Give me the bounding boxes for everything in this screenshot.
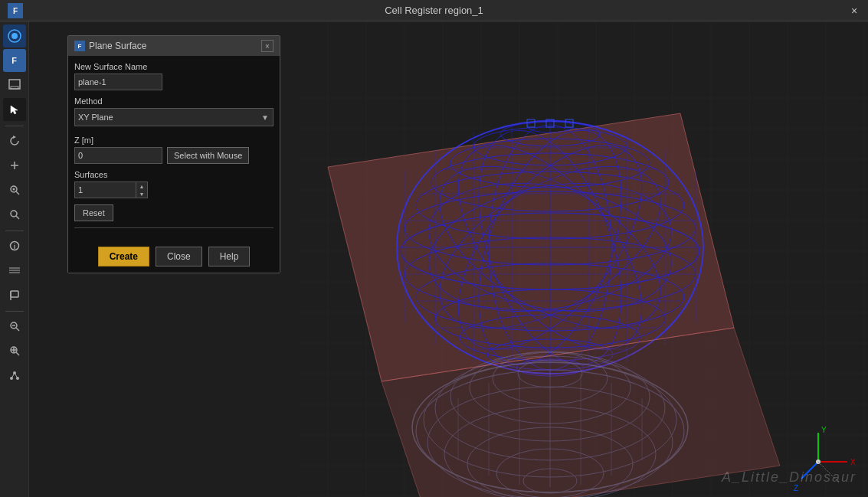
- sidebar-zoom-plus-icon[interactable]: [3, 339, 26, 362]
- svg-line-9: [16, 191, 19, 195]
- sidebar-separator-1: [5, 126, 24, 126]
- surfaces-label: Surfaces: [74, 170, 274, 179]
- main-content: F i: [0, 21, 868, 497]
- sidebar-zoom-fit-icon[interactable]: [3, 178, 26, 201]
- z-section: Z [m] Select with Mouse: [74, 136, 274, 164]
- dialog-title-text: Plane Surface: [89, 41, 261, 51]
- sidebar-grid-icon[interactable]: [3, 259, 26, 282]
- dialog-close-button[interactable]: ×: [261, 40, 274, 52]
- svg-point-11: [11, 211, 17, 217]
- dialog-title-icon: F: [74, 41, 85, 51]
- select-with-mouse-button[interactable]: Select with Mouse: [167, 147, 249, 164]
- svg-point-1: [11, 33, 18, 39]
- svg-line-30: [11, 373, 15, 378]
- method-select-wrapper: XY Plane XZ Plane YZ Plane ▼: [74, 108, 274, 126]
- sidebar-info-icon[interactable]: i: [3, 234, 26, 257]
- svg-point-10: [12, 188, 15, 191]
- sidebar-separator-2: [5, 231, 24, 231]
- dialog-separator: [74, 227, 274, 228]
- sidebar-logo-icon[interactable]: [3, 25, 26, 47]
- plane-surface-dialog: F Plane Surface × New Surface Name Metho…: [67, 35, 280, 273]
- z-row: Select with Mouse: [74, 147, 274, 164]
- sidebar-separator-3: [5, 311, 24, 312]
- method-label: Method: [74, 96, 274, 106]
- new-surface-name-input[interactable]: [74, 74, 162, 90]
- sidebar-file-icon[interactable]: F: [3, 49, 26, 72]
- viewport[interactable]: Y X Z F Plane Surface × New Surface: [29, 21, 868, 497]
- close-dialog-button[interactable]: Close: [156, 247, 202, 266]
- sidebar-select-icon[interactable]: [3, 98, 26, 121]
- surfaces-row: Surfaces ▲ ▼: [74, 170, 274, 198]
- title-bar-title: Cell Register region_1: [385, 5, 483, 16]
- method-select[interactable]: XY Plane XZ Plane YZ Plane: [74, 108, 274, 126]
- svg-line-22: [16, 328, 19, 331]
- reset-button[interactable]: Reset: [74, 204, 113, 221]
- app-icon: F: [8, 3, 23, 18]
- surfaces-spinners: ▲ ▼: [136, 181, 148, 198]
- svg-line-12: [16, 216, 19, 219]
- sidebar-zoom-region-icon[interactable]: [3, 203, 26, 226]
- svg-text:i: i: [13, 243, 15, 250]
- title-bar: F Cell Register region_1 ×: [0, 0, 868, 21]
- sidebar-node-icon[interactable]: [3, 364, 26, 387]
- svg-line-26: [16, 352, 19, 355]
- surfaces-spinner-down[interactable]: ▼: [136, 190, 147, 198]
- z-value-input[interactable]: [74, 147, 162, 164]
- svg-text:Y: Y: [821, 426, 827, 434]
- create-button[interactable]: Create: [98, 247, 149, 266]
- dialog-footer: Create Close Help: [68, 240, 280, 273]
- svg-marker-5: [13, 136, 16, 139]
- sidebar-refresh-icon[interactable]: [3, 129, 26, 152]
- sidebar-zoom-minus-icon[interactable]: [3, 315, 26, 338]
- help-button[interactable]: Help: [208, 247, 251, 266]
- sidebar-flag-icon[interactable]: [3, 283, 26, 306]
- svg-text:X: X: [850, 458, 856, 466]
- sidebar-display-icon[interactable]: [3, 74, 26, 96]
- method-row: Method XY Plane XZ Plane YZ Plane ▼: [74, 96, 274, 126]
- new-surface-label: New Surface Name: [74, 62, 274, 71]
- surfaces-spinner-up[interactable]: ▲: [136, 182, 147, 190]
- watermark: A_Little_Dinosaur: [722, 469, 857, 486]
- sidebar: F i: [0, 21, 29, 497]
- surfaces-input-wrap: ▲ ▼: [74, 181, 274, 198]
- window-close-button[interactable]: ×: [847, 3, 862, 18]
- svg-line-31: [15, 373, 18, 378]
- dialog-body: New Surface Name Method XY Plane XZ Plan…: [68, 56, 280, 240]
- svg-rect-18: [11, 291, 18, 297]
- svg-marker-4: [11, 106, 18, 114]
- surfaces-input[interactable]: [74, 181, 136, 198]
- z-label: Z [m]: [74, 136, 274, 145]
- svg-rect-3: [11, 87, 18, 89]
- sidebar-add-icon[interactable]: [3, 154, 26, 177]
- dialog-title-bar[interactable]: F Plane Surface ×: [68, 36, 280, 56]
